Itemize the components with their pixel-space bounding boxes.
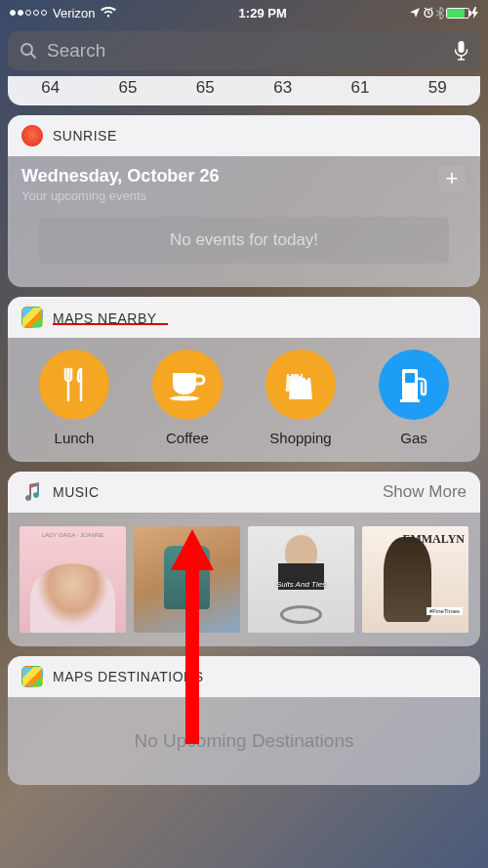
location-icon [409, 7, 421, 19]
charging-icon [471, 7, 478, 19]
widget-header-maps-nearby[interactable]: MAPS NEARBY [8, 297, 480, 338]
map-item-label: Shopping [269, 430, 331, 446]
music-album[interactable]: Suits And Ties [248, 526, 354, 633]
svg-rect-6 [400, 399, 420, 402]
alarm-icon [423, 7, 434, 19]
widget-header-sunrise[interactable]: SUNRISE [8, 115, 480, 156]
widget-title: SUNRISE [53, 128, 117, 144]
wifi-icon [101, 7, 116, 19]
maps-nearby-item-lunch[interactable]: Lunch [39, 350, 109, 446]
battery-icon [446, 8, 469, 19]
no-events-message: No events for today! [39, 217, 449, 264]
search-bar[interactable]: Search [8, 31, 480, 70]
cup-icon [167, 367, 208, 402]
weather-temp: 65 [119, 78, 138, 98]
maps-nearby-item-shopping[interactable]: Shopping [265, 350, 336, 446]
search-icon [20, 42, 37, 60]
sunrise-icon [21, 125, 43, 146]
svg-point-3 [170, 396, 199, 401]
widget-title: MAPS NEARBY [53, 310, 157, 326]
svg-rect-2 [459, 41, 465, 53]
sunrise-date: Wednesday, October 26 [21, 166, 467, 186]
show-more-button[interactable]: Show More [383, 482, 467, 502]
map-item-label: Lunch [55, 430, 95, 446]
signal-dots-icon [10, 10, 47, 16]
fork-knife-icon [58, 365, 91, 404]
no-destinations-message: No Upcoming Destinations [8, 697, 480, 785]
widget-header-maps-destinations[interactable]: MAPS DESTINATIONS [8, 656, 480, 697]
music-album[interactable] [134, 526, 240, 633]
music-album[interactable]: EMMALYN #FineTimes [362, 526, 468, 633]
gas-pump-icon [396, 365, 431, 404]
weather-temp: 63 [273, 78, 292, 98]
album-caption: LADY GAGA · JOANNE [20, 532, 126, 538]
map-item-label: Gas [400, 430, 427, 446]
svg-rect-5 [405, 373, 415, 383]
maps-icon [21, 666, 43, 687]
status-bar: Verizon 1:29 PM [0, 0, 488, 25]
widget-header-music[interactable]: MUSIC Show More [8, 472, 480, 513]
shopping-bag-icon [281, 366, 320, 403]
maps-nearby-item-gas[interactable]: Gas [379, 350, 449, 446]
map-item-label: Coffee [166, 430, 209, 446]
carrier-label: Verizon [53, 6, 95, 21]
widget-maps-nearby: MAPS NEARBY Lunch Coffee Sho [8, 297, 480, 462]
search-placeholder: Search [47, 40, 444, 62]
sunrise-subtitle: Your upcoming events [21, 188, 467, 203]
add-event-button[interactable]: + [437, 164, 467, 193]
music-album[interactable]: LADY GAGA · JOANNE [20, 526, 126, 633]
widget-title: MUSIC [53, 484, 100, 500]
weather-temp: 65 [196, 78, 215, 98]
weather-temp: 59 [428, 78, 447, 98]
maps-nearby-item-coffee[interactable]: Coffee [152, 350, 223, 446]
album-caption: Suits And Ties [248, 580, 354, 589]
maps-icon [21, 307, 43, 328]
status-time: 1:29 PM [239, 6, 287, 21]
widget-music: MUSIC Show More LADY GAGA · JOANNE Suits… [8, 472, 480, 646]
weather-temps-row: 64 65 65 63 61 59 [8, 76, 480, 105]
weather-temp: 61 [351, 78, 370, 98]
album-caption: EMMALYN [402, 532, 465, 547]
widget-sunrise: SUNRISE Wednesday, October 26 Your upcom… [8, 115, 480, 287]
bluetooth-icon [436, 7, 444, 20]
widget-maps-destinations: MAPS DESTINATIONS No Upcoming Destinatio… [8, 656, 480, 785]
widget-title: MAPS DESTINATIONS [53, 669, 203, 684]
music-note-icon [21, 481, 43, 503]
weather-temp: 64 [41, 78, 60, 98]
microphone-icon[interactable] [454, 40, 468, 62]
